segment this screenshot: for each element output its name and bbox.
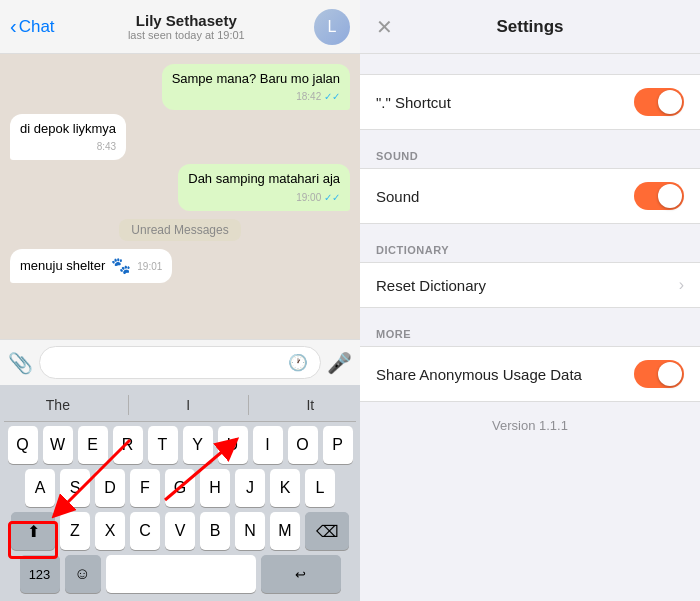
key-p[interactable]: P: [323, 426, 353, 464]
key-r[interactable]: R: [113, 426, 143, 464]
key-z[interactable]: Z: [60, 512, 90, 550]
sound-label: Sound: [376, 188, 419, 205]
settings-section-sound: SOUND Sound: [360, 150, 700, 224]
reset-dict-label: Reset Dictionary: [376, 277, 486, 294]
input-area: 📎 🕐 🎤: [0, 339, 360, 385]
avatar[interactable]: L: [314, 9, 350, 45]
shortcut-label: "." Shortcut: [376, 94, 451, 111]
return-key[interactable]: ↩: [261, 555, 341, 593]
message-bubble: menuju shelter 🐾 19:01: [10, 249, 172, 283]
key-j[interactable]: J: [235, 469, 265, 507]
avatar-letter: L: [328, 18, 337, 36]
message-time: 18:42 ✓✓: [172, 90, 340, 104]
key-o[interactable]: O: [288, 426, 318, 464]
message-bubble: di depok liykmya 8:43: [10, 114, 126, 160]
message-bubble: Sampe mana? Baru mo jalan 18:42 ✓✓: [162, 64, 350, 110]
message-time: 8:43: [20, 140, 116, 154]
message-bubble: Dah samping matahari aja 19:00 ✓✓: [178, 164, 350, 210]
share-anon-toggle[interactable]: [634, 360, 684, 388]
key-h[interactable]: H: [200, 469, 230, 507]
keyboard-row-1: Q W E R T Y U I O P: [4, 426, 356, 464]
settings-row-reset-dict[interactable]: Reset Dictionary ›: [360, 263, 700, 307]
delete-key[interactable]: ⌫: [305, 512, 349, 550]
key-v[interactable]: V: [165, 512, 195, 550]
suggestion-divider: [248, 395, 249, 415]
message-time: 19:00 ✓✓: [188, 191, 340, 205]
message-text: Sampe mana? Baru mo jalan: [172, 71, 340, 86]
unread-divider: Unread Messages: [119, 219, 240, 241]
contact-name: Lily Sethasety: [136, 12, 237, 29]
suggestion-word[interactable]: It: [296, 395, 324, 415]
mic-button[interactable]: 🎤: [327, 351, 352, 375]
key-x[interactable]: X: [95, 512, 125, 550]
settings-group-sound: Sound: [360, 168, 700, 224]
message-text: di depok liykmya: [20, 121, 116, 136]
key-y[interactable]: Y: [183, 426, 213, 464]
settings-row-sound: Sound: [360, 169, 700, 223]
chevron-right-icon: ›: [679, 276, 684, 294]
chat-header: ‹ Chat Lily Sethasety last seen today at…: [0, 0, 360, 54]
key-e[interactable]: E: [78, 426, 108, 464]
share-anon-label: Share Anonymous Usage Data: [376, 366, 582, 383]
message-text: Dah samping matahari aja: [188, 171, 340, 186]
settings-close-button[interactable]: ✕: [376, 15, 393, 39]
attach-button[interactable]: 📎: [8, 351, 33, 375]
emoji-key[interactable]: ☺: [65, 555, 101, 593]
toggle-knob: [658, 90, 682, 114]
key-n[interactable]: N: [235, 512, 265, 550]
keyboard-suggestions: The I It: [4, 393, 356, 422]
key-d[interactable]: D: [95, 469, 125, 507]
shortcut-toggle[interactable]: [634, 88, 684, 116]
key-k[interactable]: K: [270, 469, 300, 507]
key-u[interactable]: U: [218, 426, 248, 464]
keyboard-row-3: ⬆ Z X C V B N M ⌫: [4, 512, 356, 550]
shift-key[interactable]: ⬆: [11, 512, 55, 550]
message-input-box[interactable]: 🕐: [39, 346, 321, 379]
key-i[interactable]: I: [253, 426, 283, 464]
key-w[interactable]: W: [43, 426, 73, 464]
more-section-label: MORE: [360, 328, 700, 346]
key-c[interactable]: C: [130, 512, 160, 550]
chat-panel: ‹ Chat Lily Sethasety last seen today at…: [0, 0, 360, 601]
key-q[interactable]: Q: [8, 426, 38, 464]
emoji-icon: 🐾: [111, 255, 131, 277]
key-g[interactable]: G: [165, 469, 195, 507]
settings-row-share-anon: Share Anonymous Usage Data: [360, 347, 700, 401]
keyboard-bottom-row: 123 ☺ ↩: [4, 555, 356, 593]
settings-header: ✕ Settings: [360, 0, 700, 54]
key-l[interactable]: L: [305, 469, 335, 507]
message-text: menuju shelter: [20, 257, 105, 275]
toggle-knob: [658, 184, 682, 208]
suggestion-divider: [128, 395, 129, 415]
key-b[interactable]: B: [200, 512, 230, 550]
key-a[interactable]: A: [25, 469, 55, 507]
settings-section-more: MORE Share Anonymous Usage Data: [360, 328, 700, 402]
settings-group-shortcut: "." Shortcut: [360, 74, 700, 130]
toggle-knob: [658, 362, 682, 386]
key-m[interactable]: M: [270, 512, 300, 550]
settings-panel: ✕ Settings "." Shortcut SOUND Sound: [360, 0, 700, 601]
settings-group-dictionary: Reset Dictionary ›: [360, 262, 700, 308]
sound-toggle[interactable]: [634, 182, 684, 210]
settings-section-dictionary: DICTIONARY Reset Dictionary ›: [360, 244, 700, 308]
message-time: 19:01: [137, 260, 162, 274]
settings-group-more: Share Anonymous Usage Data: [360, 346, 700, 402]
numbers-key[interactable]: 123: [20, 555, 60, 593]
back-button[interactable]: ‹ Chat: [10, 15, 55, 38]
messages-area: Sampe mana? Baru mo jalan 18:42 ✓✓ di de…: [0, 54, 360, 339]
settings-title: Settings: [496, 17, 563, 37]
contact-info: Lily Sethasety last seen today at 19:01: [59, 12, 314, 41]
keyboard-row-2: A S D F G H J K L: [4, 469, 356, 507]
back-label: Chat: [19, 17, 55, 37]
dictionary-section-label: DICTIONARY: [360, 244, 700, 262]
version-text: Version 1.1.1: [360, 402, 700, 449]
back-chevron-icon: ‹: [10, 15, 17, 38]
suggestion-word[interactable]: I: [176, 395, 200, 415]
space-key[interactable]: [106, 555, 256, 593]
key-s[interactable]: S: [60, 469, 90, 507]
keyboard: The I It Q W E R T Y U I O P A S D F G H: [0, 385, 360, 601]
read-ticks: ✓✓: [324, 192, 340, 203]
key-f[interactable]: F: [130, 469, 160, 507]
suggestion-word[interactable]: The: [36, 395, 80, 415]
key-t[interactable]: T: [148, 426, 178, 464]
